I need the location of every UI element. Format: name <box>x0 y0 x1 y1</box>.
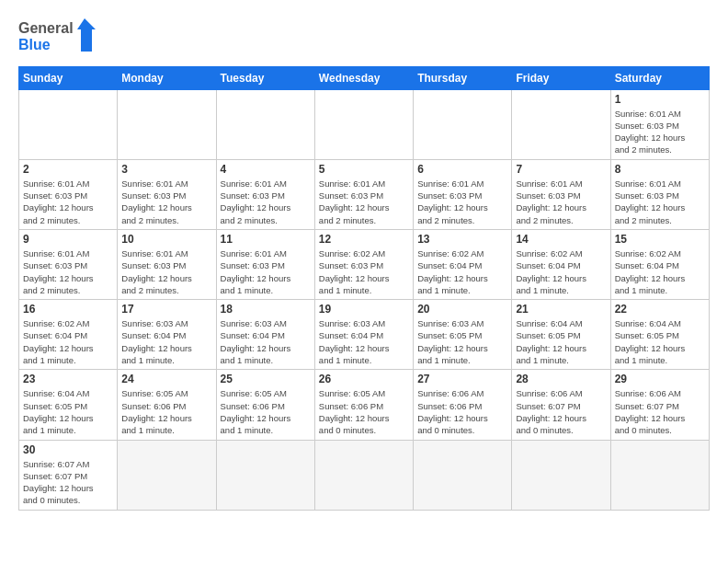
calendar-cell: 15Sunrise: 6:02 AM Sunset: 6:04 PM Dayli… <box>610 229 709 299</box>
calendar-cell <box>216 89 314 159</box>
calendar-cell: 24Sunrise: 6:05 AM Sunset: 6:06 PM Dayli… <box>118 370 216 440</box>
day-info: Sunrise: 6:01 AM Sunset: 6:03 PM Dayligh… <box>121 178 211 226</box>
weekday-header-tuesday: Tuesday <box>216 66 314 89</box>
weekday-header-monday: Monday <box>118 66 216 89</box>
day-info: Sunrise: 6:07 AM Sunset: 6:07 PM Dayligh… <box>23 458 113 507</box>
day-number: 24 <box>121 373 211 385</box>
day-info: Sunrise: 6:05 AM Sunset: 6:06 PM Dayligh… <box>221 387 311 436</box>
day-number: 27 <box>417 373 507 385</box>
calendar-cell: 2Sunrise: 6:01 AM Sunset: 6:03 PM Daylig… <box>19 159 118 229</box>
weekday-header-row: SundayMondayTuesdayWednesdayThursdayFrid… <box>19 66 710 89</box>
calendar-cell: 7Sunrise: 6:01 AM Sunset: 6:03 PM Daylig… <box>512 159 610 229</box>
day-info: Sunrise: 6:03 AM Sunset: 6:05 PM Dayligh… <box>417 317 507 366</box>
calendar-cell <box>512 89 610 159</box>
day-info: Sunrise: 6:04 AM Sunset: 6:05 PM Dayligh… <box>615 317 705 366</box>
day-info: Sunrise: 6:06 AM Sunset: 6:06 PM Dayligh… <box>417 387 507 436</box>
day-number: 12 <box>319 233 409 246</box>
calendar-cell: 12Sunrise: 6:02 AM Sunset: 6:03 PM Dayli… <box>314 229 413 299</box>
calendar-page: General Blue SundayMondayTuesdayWednesda… <box>0 0 728 563</box>
day-number: 30 <box>23 443 113 456</box>
day-number: 2 <box>23 163 113 176</box>
day-info: Sunrise: 6:02 AM Sunset: 6:04 PM Dayligh… <box>615 247 705 296</box>
day-number: 15 <box>615 233 705 246</box>
day-number: 3 <box>121 163 211 176</box>
day-info: Sunrise: 6:05 AM Sunset: 6:06 PM Dayligh… <box>319 387 409 436</box>
day-number: 8 <box>615 163 705 176</box>
weekday-header-wednesday: Wednesday <box>314 66 413 89</box>
calendar-week-row: 23Sunrise: 6:04 AM Sunset: 6:05 PM Dayli… <box>19 370 710 440</box>
calendar-cell: 8Sunrise: 6:01 AM Sunset: 6:03 PM Daylig… <box>610 159 709 229</box>
day-number: 23 <box>23 373 113 385</box>
weekday-header-saturday: Saturday <box>610 66 709 89</box>
day-number: 28 <box>516 373 606 385</box>
calendar-cell <box>118 89 216 159</box>
calendar-cell: 10Sunrise: 6:01 AM Sunset: 6:03 PM Dayli… <box>118 229 216 299</box>
day-number: 18 <box>221 303 311 316</box>
day-number: 25 <box>221 373 311 385</box>
svg-text:Blue: Blue <box>18 37 51 52</box>
calendar-cell <box>414 440 512 510</box>
day-info: Sunrise: 6:01 AM Sunset: 6:03 PM Dayligh… <box>221 247 311 296</box>
calendar-cell: 18Sunrise: 6:03 AM Sunset: 6:04 PM Dayli… <box>216 300 314 370</box>
day-info: Sunrise: 6:03 AM Sunset: 6:04 PM Dayligh… <box>121 317 211 366</box>
day-info: Sunrise: 6:01 AM Sunset: 6:03 PM Dayligh… <box>121 247 211 296</box>
weekday-header-friday: Friday <box>512 66 610 89</box>
calendar-week-row: 9Sunrise: 6:01 AM Sunset: 6:03 PM Daylig… <box>19 229 710 299</box>
generalblue-logo: General Blue <box>18 17 101 55</box>
calendar-cell: 20Sunrise: 6:03 AM Sunset: 6:05 PM Dayli… <box>414 300 512 370</box>
day-number: 4 <box>221 163 311 176</box>
day-number: 22 <box>615 303 705 316</box>
day-number: 5 <box>319 163 409 176</box>
day-number: 1 <box>615 93 705 106</box>
day-info: Sunrise: 6:03 AM Sunset: 6:04 PM Dayligh… <box>319 317 409 366</box>
calendar-cell: 26Sunrise: 6:05 AM Sunset: 6:06 PM Dayli… <box>314 370 413 440</box>
day-number: 21 <box>516 303 606 316</box>
calendar-cell: 27Sunrise: 6:06 AM Sunset: 6:06 PM Dayli… <box>414 370 512 440</box>
calendar-cell <box>216 440 314 510</box>
calendar-cell <box>19 89 118 159</box>
calendar-cell <box>314 89 413 159</box>
logo-container: General Blue <box>18 17 101 59</box>
calendar-week-row: 16Sunrise: 6:02 AM Sunset: 6:04 PM Dayli… <box>19 300 710 370</box>
calendar-cell: 5Sunrise: 6:01 AM Sunset: 6:03 PM Daylig… <box>314 159 413 229</box>
day-number: 13 <box>417 233 507 246</box>
calendar-cell: 25Sunrise: 6:05 AM Sunset: 6:06 PM Dayli… <box>216 370 314 440</box>
day-number: 26 <box>319 373 409 385</box>
day-number: 11 <box>221 233 311 246</box>
calendar-cell <box>512 440 610 510</box>
calendar-cell: 14Sunrise: 6:02 AM Sunset: 6:04 PM Dayli… <box>512 229 610 299</box>
svg-marker-2 <box>77 18 96 52</box>
day-info: Sunrise: 6:01 AM Sunset: 6:03 PM Dayligh… <box>615 108 705 156</box>
calendar-cell: 17Sunrise: 6:03 AM Sunset: 6:04 PM Dayli… <box>118 300 216 370</box>
calendar-cell: 19Sunrise: 6:03 AM Sunset: 6:04 PM Dayli… <box>314 300 413 370</box>
calendar-cell: 4Sunrise: 6:01 AM Sunset: 6:03 PM Daylig… <box>216 159 314 229</box>
calendar-cell: 22Sunrise: 6:04 AM Sunset: 6:05 PM Dayli… <box>610 300 709 370</box>
day-info: Sunrise: 6:02 AM Sunset: 6:03 PM Dayligh… <box>319 247 409 296</box>
calendar-cell: 11Sunrise: 6:01 AM Sunset: 6:03 PM Dayli… <box>216 229 314 299</box>
day-number: 17 <box>121 303 211 316</box>
day-info: Sunrise: 6:02 AM Sunset: 6:04 PM Dayligh… <box>417 247 507 296</box>
day-info: Sunrise: 6:01 AM Sunset: 6:03 PM Dayligh… <box>23 178 113 226</box>
day-number: 19 <box>319 303 409 316</box>
calendar-cell: 28Sunrise: 6:06 AM Sunset: 6:07 PM Dayli… <box>512 370 610 440</box>
day-info: Sunrise: 6:01 AM Sunset: 6:03 PM Dayligh… <box>615 178 705 226</box>
calendar-cell <box>314 440 413 510</box>
calendar-cell: 13Sunrise: 6:02 AM Sunset: 6:04 PM Dayli… <box>414 229 512 299</box>
calendar-cell: 21Sunrise: 6:04 AM Sunset: 6:05 PM Dayli… <box>512 300 610 370</box>
header: General Blue <box>18 17 710 59</box>
day-number: 14 <box>516 233 606 246</box>
calendar-cell <box>414 89 512 159</box>
calendar-cell: 29Sunrise: 6:06 AM Sunset: 6:07 PM Dayli… <box>610 370 709 440</box>
day-info: Sunrise: 6:01 AM Sunset: 6:03 PM Dayligh… <box>319 178 409 226</box>
logo: General Blue <box>18 17 101 59</box>
calendar-week-row: 1Sunrise: 6:01 AM Sunset: 6:03 PM Daylig… <box>19 89 710 159</box>
day-info: Sunrise: 6:01 AM Sunset: 6:03 PM Dayligh… <box>221 178 311 226</box>
calendar-cell: 1Sunrise: 6:01 AM Sunset: 6:03 PM Daylig… <box>610 89 709 159</box>
day-info: Sunrise: 6:02 AM Sunset: 6:04 PM Dayligh… <box>516 247 606 296</box>
day-number: 16 <box>23 303 113 316</box>
day-info: Sunrise: 6:04 AM Sunset: 6:05 PM Dayligh… <box>516 317 606 366</box>
day-number: 10 <box>121 233 211 246</box>
calendar-cell: 23Sunrise: 6:04 AM Sunset: 6:05 PM Dayli… <box>19 370 118 440</box>
day-info: Sunrise: 6:06 AM Sunset: 6:07 PM Dayligh… <box>516 387 606 436</box>
day-number: 29 <box>615 373 705 385</box>
